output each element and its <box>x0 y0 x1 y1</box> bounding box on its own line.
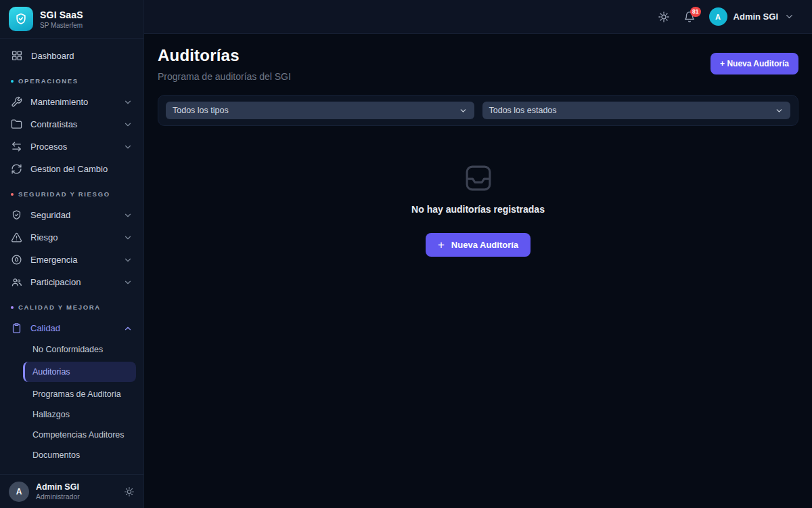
page-subtitle: Programa de auditorías del SGI <box>158 71 291 82</box>
alert-triangle-icon <box>11 232 22 243</box>
empty-new-audit-button-label: Nueva Auditoría <box>451 240 518 250</box>
sidebar-item-label: Seguridad <box>30 210 70 220</box>
theme-toggle-button[interactable] <box>658 11 670 23</box>
sidebar: SGI SaaS SP Masterfem Dashboard OPERACIO… <box>0 0 144 508</box>
refresh-icon <box>11 163 22 175</box>
sun-icon <box>658 11 670 23</box>
clipboard-icon <box>11 322 22 334</box>
user-menu[interactable]: A Admin SGI <box>709 7 794 26</box>
sidebar-item-procesos[interactable]: Procesos <box>0 135 143 158</box>
section-dot <box>11 193 14 196</box>
arrows-left-right-icon <box>11 141 22 152</box>
sidebar-item-label: Riesgo <box>30 232 58 242</box>
new-audit-button[interactable]: + Nueva Auditoría <box>710 53 798 75</box>
chevron-up-icon <box>123 324 133 333</box>
filters-bar: Todos los tipos Todos los estados <box>158 95 798 126</box>
section-label: CALIDAD Y MEJORA <box>18 303 101 311</box>
sidebar-item-riesgo[interactable]: Riesgo <box>0 226 143 249</box>
wrench-icon <box>11 96 22 108</box>
sidebar-item-dashboard[interactable]: Dashboard <box>0 44 143 67</box>
users-icon <box>11 276 22 288</box>
user-info: Admin SGI Administrador <box>36 482 80 501</box>
empty-state-message: No hay auditorías registradas <box>411 204 545 215</box>
section-operaciones: OPERACIONES <box>0 67 143 91</box>
shield-check-icon <box>11 209 22 221</box>
sidebar-nav: Dashboard OPERACIONES Mantenimiento Cont… <box>0 39 143 508</box>
sidebar-subitem-auditorias[interactable]: Auditorias <box>23 362 136 382</box>
sidebar-item-label: Dashboard <box>31 51 74 61</box>
shield-check-icon <box>9 7 33 31</box>
flame-icon <box>11 254 22 266</box>
main-area: 81 A Admin SGI Auditorías Programa de au… <box>144 0 812 508</box>
brand-text: SGI SaaS SP Masterfem <box>40 9 83 29</box>
sidebar-item-label: Procesos <box>30 142 67 152</box>
sidebar-item-seguridad[interactable]: Seguridad <box>0 204 143 226</box>
sidebar-item-mantenimiento[interactable]: Mantenimiento <box>0 91 143 113</box>
section-calidad-y-mejora: CALIDAD Y MEJORA <box>0 293 143 317</box>
sidebar-subitem-competencias-auditores[interactable]: Competencias Auditores <box>0 425 143 445</box>
section-seguridad-y-riesgo: SEGURIDAD Y RIESGO <box>0 180 143 204</box>
sidebar-item-participacion[interactable]: Participacion <box>0 271 143 293</box>
page-header: Auditorías Programa de auditorías del SG… <box>158 46 798 82</box>
chevron-down-icon <box>123 142 133 152</box>
notifications-button[interactable]: 81 <box>683 11 696 23</box>
chevron-down-icon <box>123 211 133 220</box>
brand-name: SGI SaaS <box>40 9 83 20</box>
sidebar-item-label: Emergencia <box>30 255 77 265</box>
section-label: SEGURIDAD Y RIESGO <box>18 190 110 198</box>
sidebar-item-label: Gestion del Cambio <box>30 164 108 174</box>
grid-icon <box>11 49 23 62</box>
new-audit-button-label: + Nueva Auditoría <box>720 59 789 68</box>
user-name: Admin SGI <box>36 482 80 492</box>
chevron-down-icon <box>123 120 133 129</box>
inbox-icon <box>463 163 494 194</box>
notification-badge: 81 <box>690 7 700 17</box>
sidebar-item-emergencia[interactable]: Emergencia <box>0 249 143 271</box>
sidebar-item-label: Contratistas <box>30 119 77 129</box>
chevron-down-icon <box>123 98 133 107</box>
chevron-down-icon <box>784 12 794 22</box>
sidebar-subitem-no-conformidades[interactable]: No Conformidades <box>0 339 143 360</box>
avatar: A <box>9 482 29 502</box>
sidebar-item-contratistas[interactable]: Contratistas <box>0 113 143 135</box>
section-dot <box>11 306 14 309</box>
chevron-down-icon <box>123 278 133 287</box>
topbar: 81 A Admin SGI <box>144 0 812 34</box>
sidebar-item-calidad[interactable]: Calidad <box>0 317 143 339</box>
avatar: A <box>709 7 727 26</box>
folder-icon <box>11 119 22 130</box>
app-window: SGI SaaS SP Masterfem Dashboard OPERACIO… <box>0 0 812 508</box>
type-filter-select[interactable]: Todos los tipos <box>166 102 474 119</box>
sun-icon[interactable] <box>124 486 135 497</box>
status-filter-select[interactable]: Todos los estados <box>482 102 791 119</box>
sidebar-subitem-documentos[interactable]: Documentos <box>0 445 143 465</box>
brand-header: SGI SaaS SP Masterfem <box>0 0 143 39</box>
brand-subtitle: SP Masterfem <box>40 22 83 29</box>
sidebar-item-label: Calidad <box>30 323 60 333</box>
status-filter-value: Todos los estados <box>489 106 557 115</box>
sidebar-user-panel: A Admin SGI Administrador <box>0 474 143 508</box>
sidebar-item-gestion-del-cambio[interactable]: Gestion del Cambio <box>0 158 143 180</box>
user-role: Administrador <box>36 492 80 501</box>
section-dot <box>11 80 14 83</box>
sidebar-subitem-programas-de-auditoria[interactable]: Programas de Auditoria <box>0 384 143 404</box>
chevron-down-icon <box>459 106 468 115</box>
chevron-down-icon <box>123 255 133 265</box>
section-label: OPERACIONES <box>18 77 78 85</box>
empty-new-audit-button[interactable]: + Nueva Auditoría <box>426 233 531 257</box>
page-title: Auditorías <box>158 46 291 65</box>
page-content: Auditorías Programa de auditorías del SG… <box>144 34 812 508</box>
sidebar-item-label: Mantenimiento <box>30 97 88 107</box>
chevron-down-icon <box>775 106 784 115</box>
plus-icon: + <box>438 239 445 251</box>
type-filter-value: Todos los tipos <box>173 106 229 115</box>
user-name: Admin SGI <box>734 12 778 22</box>
empty-state: No hay auditorías registradas + Nueva Au… <box>158 163 798 257</box>
sidebar-subitem-hallazgos[interactable]: Hallazgos <box>0 404 143 425</box>
sidebar-item-label: Participacion <box>30 277 81 287</box>
chevron-down-icon <box>123 233 133 242</box>
page-heading: Auditorías Programa de auditorías del SG… <box>158 46 291 82</box>
